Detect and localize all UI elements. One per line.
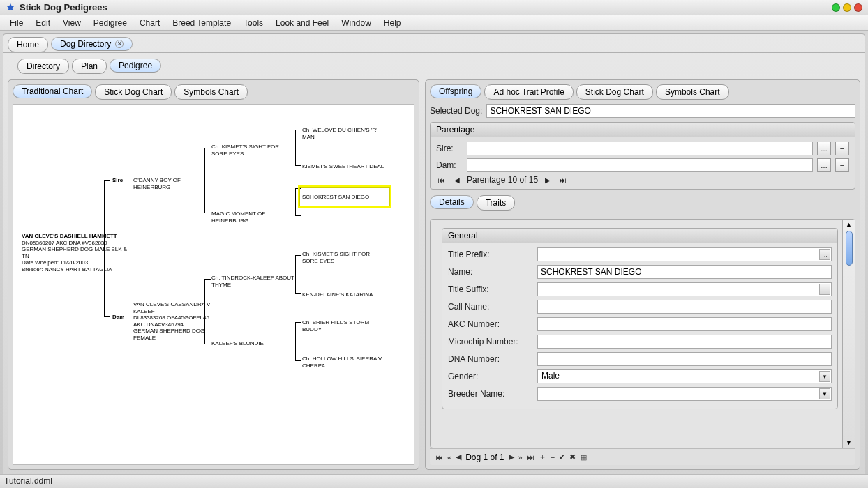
nav-accept-icon[interactable]: ✔ (559, 452, 565, 462)
subtab-directory[interactable]: Directory (17, 59, 69, 74)
breeder-name-select[interactable]: ▼ (537, 387, 832, 401)
parentage-prev-icon[interactable]: ◀ (451, 175, 463, 185)
parentage-first-icon[interactable]: ⏮ (436, 175, 447, 185)
offtab-offspring[interactable]: Offspring (430, 84, 481, 98)
tab-traits-label: Traits (486, 198, 507, 208)
nav-prevpage-icon[interactable]: « (447, 453, 451, 462)
scroll-thumb[interactable] (846, 231, 853, 266)
tab-dog-directory-label: Dog Directory (60, 39, 111, 49)
offspring-panel: Offspring Ad hoc Trait Profile Stick Dog… (425, 79, 860, 470)
menu-breed-template[interactable]: Breed Template (167, 17, 237, 29)
offtab-offspring-label: Offspring (439, 86, 472, 96)
dam-clear-button[interactable]: − (835, 158, 849, 172)
status-bar: Tutorial.ddml (0, 474, 868, 488)
chart-sss: Ch. WELOVE DU CHIEN'S 'R' MAN (302, 127, 386, 140)
dam-input[interactable] (467, 158, 813, 172)
microchip-number-label: Microchip Number: (448, 337, 532, 346)
offtab-symbols[interactable]: Symbols Chart (656, 84, 729, 100)
chevron-down-icon[interactable]: ▼ (819, 388, 830, 399)
scroll-up-icon[interactable]: ▲ (846, 220, 852, 229)
offtab-stickdog-label: Stick Dog Chart (585, 87, 644, 97)
offtab-adhoc-label: Ad hoc Trait Profile (493, 87, 564, 97)
details-scrollbar[interactable]: ▲ ▼ (842, 220, 855, 448)
charttab-symbols[interactable]: Symbols Chart (174, 84, 248, 100)
title-prefix-field[interactable]: … (537, 247, 832, 261)
nav-first-icon[interactable]: ⏮ (435, 453, 443, 462)
window-maximize[interactable] (843, 3, 851, 12)
title-bar: Stick Dog Pedigrees (0, 0, 868, 15)
parentage-title: Parentage (431, 123, 855, 137)
window-close[interactable] (854, 3, 862, 12)
sire-input[interactable] (467, 142, 813, 155)
nav-cancel-icon[interactable]: ✖ (569, 452, 576, 462)
menu-chart[interactable]: Chart (134, 17, 165, 29)
ellipsis-icon[interactable]: … (819, 284, 830, 295)
chart-dam-label: Dam (112, 314, 124, 321)
selected-dog-input[interactable] (486, 104, 855, 118)
menu-pedigree[interactable]: Pedigree (88, 17, 133, 29)
nav-last-icon[interactable]: ⏭ (527, 453, 534, 462)
menu-window[interactable]: Window (336, 17, 377, 29)
scroll-down-icon[interactable]: ▼ (846, 438, 852, 448)
dam-browse-button[interactable]: … (817, 158, 831, 172)
parentage-last-icon[interactable]: ⏭ (558, 175, 569, 185)
chart-ddd: Ch. HOLLOW HILLS' SIERRA V CHERPA (302, 356, 386, 369)
offtab-adhoc[interactable]: Ad hoc Trait Profile (484, 84, 573, 100)
menu-tools[interactable]: Tools (238, 17, 269, 29)
breeder-name-label: Breeder Name: (448, 389, 532, 399)
subtab-plan-label: Plan (81, 61, 98, 71)
gender-select[interactable]: Male▼ (537, 369, 832, 383)
ellipsis-icon[interactable]: … (819, 249, 830, 260)
tab-details[interactable]: Details (430, 195, 474, 209)
name-input[interactable] (537, 265, 832, 279)
gender-label: Gender: (448, 372, 532, 381)
dog-navigator: ⏮ « ◀ Dog 1 of 1 ▶ » ⏭ ＋ − ✔ ✖ ▦ (430, 448, 855, 465)
status-text: Tutorial.ddml (4, 476, 52, 486)
charttab-stickdog[interactable]: Stick Dog Chart (95, 84, 172, 100)
chart-root-breed: GERMAN SHEPHERD DOG MALE BLK & TN (22, 246, 133, 259)
tab-home[interactable]: Home (8, 37, 48, 52)
microchip-number-input[interactable] (537, 335, 832, 349)
menu-file[interactable]: File (4, 17, 29, 29)
charttab-traditional[interactable]: Traditional Chart (13, 84, 92, 98)
close-icon[interactable]: × (115, 40, 124, 48)
chevron-down-icon[interactable]: ▼ (819, 371, 830, 382)
chart-dds: Ch. BRIER HILL'S STORM BUDDY (302, 319, 386, 333)
tab-dog-directory[interactable]: Dog Directory× (51, 37, 133, 51)
chart-ss: Ch. KISMET'S SIGHT FOR SORE EYES (211, 144, 288, 157)
nav-next-icon[interactable]: ▶ (509, 452, 514, 462)
nav-grid-icon[interactable]: ▦ (580, 452, 587, 462)
name-label: Name: (448, 267, 532, 277)
nav-remove-icon[interactable]: − (551, 453, 555, 462)
chart-root-date: Date Whelped: 11/20/2003 (22, 259, 133, 266)
subtab-plan[interactable]: Plan (72, 59, 107, 74)
chart-ds: Ch. TINDROCK-KALEEF ABOUT THYME (211, 275, 295, 288)
parentage-next-icon[interactable]: ▶ (542, 175, 553, 185)
menu-help[interactable]: Help (378, 17, 407, 29)
title-suffix-field[interactable]: … (537, 282, 832, 296)
window-minimize[interactable] (832, 3, 840, 12)
dna-number-input[interactable] (537, 352, 832, 366)
chart-root-breeder: Breeder: NANCY HART BATTAGLIA (22, 266, 133, 273)
selected-dog-label: Selected Dog: (430, 106, 482, 116)
pedigree-chart[interactable]: VAN CLEVE'S DASHIELL HAMMETT DN05360207 … (13, 104, 414, 465)
nav-add-icon[interactable]: ＋ (539, 452, 546, 462)
chart-root: VAN CLEVE'S DASHIELL HAMMETT DN05360207 … (22, 233, 133, 273)
chart-dd: KALEEF'S BLONDIE (211, 340, 288, 347)
offtab-stickdog[interactable]: Stick Dog Chart (576, 84, 653, 100)
tab-traits[interactable]: Traits (477, 195, 516, 211)
call-name-input[interactable] (537, 300, 832, 314)
nav-prev-icon[interactable]: ◀ (456, 452, 461, 462)
akc-number-input[interactable] (537, 317, 832, 331)
chart-dss: Ch. KISMET'S SIGHT FOR SORE EYES (302, 251, 386, 264)
subtab-pedigree[interactable]: Pedigree (110, 59, 161, 73)
title-prefix-label: Title Prefix: (448, 250, 532, 259)
charttab-symbols-label: Symbols Chart (184, 87, 239, 97)
nav-nextpage-icon[interactable]: » (518, 453, 523, 462)
menu-edit[interactable]: Edit (30, 17, 56, 29)
window-title: Stick Dog Pedigrees (20, 2, 832, 13)
sire-clear-button[interactable]: − (835, 142, 849, 155)
menu-view[interactable]: View (57, 17, 87, 29)
sire-browse-button[interactable]: … (817, 142, 831, 155)
menu-look-and-feel[interactable]: Look and Feel (270, 17, 334, 29)
